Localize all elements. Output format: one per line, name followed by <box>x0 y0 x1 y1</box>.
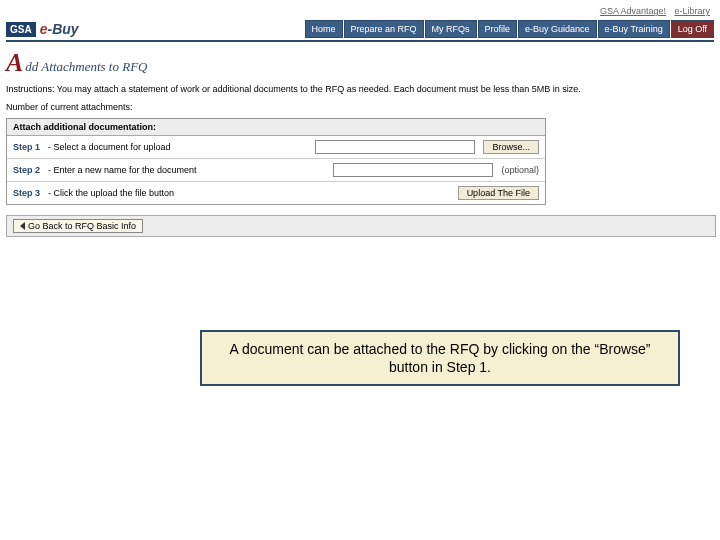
nav-prepare-rfq[interactable]: Prepare an RFQ <box>344 20 424 38</box>
nav-my-rfqs[interactable]: My RFQs <box>425 20 477 38</box>
nav-profile[interactable]: Profile <box>478 20 518 38</box>
gsa-mark: GSA <box>6 22 36 37</box>
file-path-input[interactable] <box>315 140 475 154</box>
document-name-input[interactable] <box>333 163 493 177</box>
instructions-text: Instructions: You may attach a statement… <box>6 84 714 94</box>
step-1-row: Step 1 - Select a document for upload Br… <box>7 136 545 159</box>
page-title-text: dd Attachments to RFQ <box>25 59 147 75</box>
page-title: A dd Attachments to RFQ <box>6 48 714 78</box>
step-3-row: Step 3 - Click the upload the file butto… <box>7 182 545 204</box>
step-1-text: - Select a document for upload <box>48 142 307 152</box>
nav-home[interactable]: Home <box>305 20 343 38</box>
upload-file-button[interactable]: Upload The File <box>458 186 539 200</box>
step-2-row: Step 2 - Enter a new name for the docume… <box>7 159 545 182</box>
logo: GSA e-Buy <box>6 21 79 37</box>
step-2-text: - Enter a new name for the document <box>48 165 325 175</box>
attach-panel-header: Attach additional documentation: <box>7 119 545 136</box>
browse-button[interactable]: Browse... <box>483 140 539 154</box>
link-e-library[interactable]: e-Library <box>674 6 710 16</box>
top-external-links: GSA Advantage! e-Library <box>6 4 714 18</box>
step-3-text: - Click the upload the file button <box>48 188 450 198</box>
step-3-label: Step 3 <box>13 188 40 198</box>
go-back-bar: Go Back to RFQ Basic Info <box>6 215 716 237</box>
nav-ebuy-training[interactable]: e-Buy Training <box>598 20 670 38</box>
header-bar: GSA e-Buy Home Prepare an RFQ My RFQs Pr… <box>6 18 714 42</box>
primary-nav: Home Prepare an RFQ My RFQs Profile e-Bu… <box>305 20 715 38</box>
page-title-dropcap: A <box>6 48 23 78</box>
nav-ebuy-guidance[interactable]: e-Buy Guidance <box>518 20 597 38</box>
attach-documentation-panel: Attach additional documentation: Step 1 … <box>6 118 546 205</box>
help-callout: A document can be attached to the RFQ by… <box>200 330 680 386</box>
optional-label: (optional) <box>501 165 539 175</box>
triangle-left-icon <box>20 222 25 230</box>
step-2-label: Step 2 <box>13 165 40 175</box>
go-back-label: Go Back to RFQ Basic Info <box>28 221 136 231</box>
step-1-label: Step 1 <box>13 142 40 152</box>
attachment-count-label: Number of current attachments: <box>6 102 714 112</box>
link-gsa-advantage[interactable]: GSA Advantage! <box>600 6 666 16</box>
go-back-button[interactable]: Go Back to RFQ Basic Info <box>13 219 143 233</box>
ebuy-logo: e-Buy <box>40 21 79 37</box>
nav-log-off[interactable]: Log Off <box>671 20 714 38</box>
